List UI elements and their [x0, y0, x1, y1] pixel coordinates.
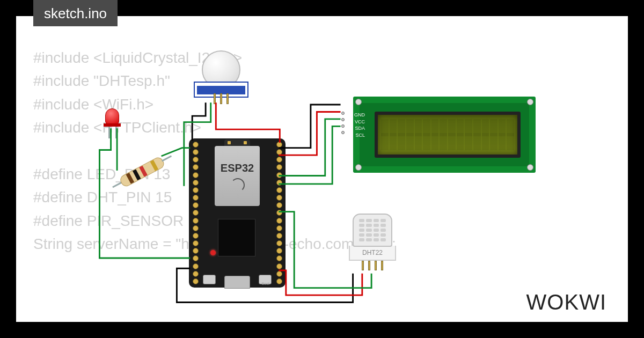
screw-icon	[527, 99, 533, 105]
boot-label: Boot	[262, 282, 269, 285]
resistor-component[interactable]	[119, 156, 166, 188]
power-led-icon	[210, 250, 216, 255]
dht22-label: DHT22	[349, 246, 396, 261]
editor-canvas: #include <LiquidCrystal_I2C.h> #include …	[16, 16, 628, 322]
lcd-pin-headers	[341, 108, 345, 137]
esp32-pins-left	[191, 142, 200, 284]
screw-icon	[355, 99, 362, 105]
file-tab-label: sketch.ino	[44, 5, 107, 21]
pir-sensor[interactable]: + D −	[192, 50, 250, 93]
esp32-shield: ESP32	[215, 146, 260, 206]
wokwi-logo: WOKWI	[526, 290, 606, 314]
esp32-pins-right	[275, 142, 283, 284]
circuit-diagram: + D −	[16, 16, 628, 322]
pir-leads	[214, 93, 229, 104]
screw-icon	[355, 164, 362, 171]
lcd-screen	[375, 112, 521, 158]
dht22-grill-icon	[353, 214, 392, 247]
usb-port-icon	[224, 276, 250, 289]
wokwi-logo-text: WOKWI	[526, 290, 606, 314]
wires-layer	[16, 16, 628, 322]
lcd-display[interactable]: GNDVCCSDASCL	[353, 97, 536, 173]
resistor-body	[119, 156, 166, 188]
antenna-icon	[224, 139, 250, 146]
led-component[interactable]	[105, 108, 120, 133]
en-button[interactable]	[203, 275, 216, 284]
screw-icon	[527, 164, 533, 171]
dht22-leads	[349, 261, 396, 270]
file-tab[interactable]: sketch.ino	[33, 0, 118, 26]
led-bulb-icon	[105, 108, 119, 124]
lcd-pin-labels: GNDVCCSDASCL	[349, 112, 365, 138]
esp32-board[interactable]: ESP32 Boot	[189, 138, 286, 288]
esp32-chip-icon	[218, 219, 255, 256]
esp32-label: ESP32	[215, 162, 260, 174]
espressif-logo-icon	[231, 178, 245, 192]
dht22-sensor[interactable]: DHT22	[349, 214, 396, 273]
